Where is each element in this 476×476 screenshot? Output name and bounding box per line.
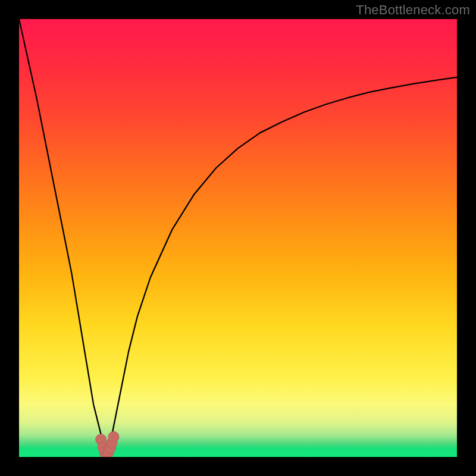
chart-svg xyxy=(19,19,457,457)
minimum-markers xyxy=(96,431,119,457)
chart-frame xyxy=(19,19,457,457)
minimum-marker xyxy=(108,431,119,442)
watermark-text: TheBottleneck.com xyxy=(356,2,470,18)
bottleneck-curve xyxy=(19,19,457,455)
